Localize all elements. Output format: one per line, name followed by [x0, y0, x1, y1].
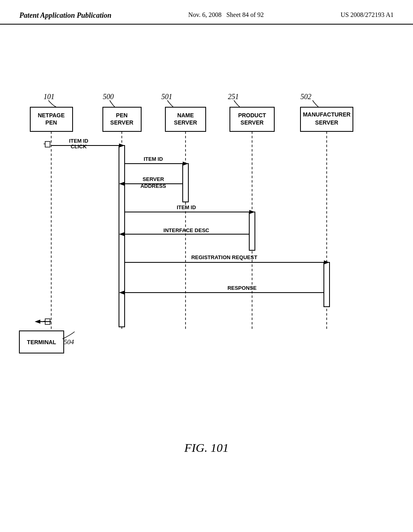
activation-pen-server [119, 145, 125, 327]
label-item-id-to-name: ITEM ID [144, 156, 163, 162]
sheet-number: Sheet 84 of 92 [226, 11, 264, 18]
fig-label: FIG. 101 [184, 441, 229, 454]
box-pen-server-label-1: PEN [116, 112, 128, 118]
box-terminal-label: TERMINAL [27, 339, 56, 345]
label-item-id-click-2: CLICK [71, 143, 87, 150]
activation-name-server [183, 164, 188, 202]
ref-502: 502 [300, 93, 311, 101]
ref-504: 504 [64, 338, 74, 346]
box-pen-server-label-2: SERVER [110, 119, 133, 126]
ref-leader-101 [48, 100, 56, 107]
ref-leader-502 [313, 100, 319, 107]
ref-leader-501 [167, 100, 173, 107]
box-product-server-label-2: SERVER [240, 119, 263, 126]
activation-mfr-server [324, 262, 330, 307]
box-name-server-label-2: SERVER [174, 119, 197, 126]
box-name-server-label-1: NAME [177, 112, 194, 118]
ref-leader-500 [110, 100, 115, 107]
box-mfr-server-label-1: MANUFACTURER [303, 111, 350, 118]
ref-251: 251 [228, 93, 239, 101]
diagram-area: 101 500 501 251 502 NETPAGE PEN PEN SERV… [0, 25, 413, 488]
box-netpage-pen-label-1: NETPAGE [38, 112, 65, 118]
publication-date: Nov. 6, 2008 [188, 11, 222, 18]
header-date-sheet: Nov. 6, 2008 Sheet 84 of 92 [188, 11, 264, 19]
label-response: RESPONSE [227, 285, 257, 291]
page-header: Patent Application Publication Nov. 6, 2… [0, 0, 413, 25]
box-product-server-label-1: PRODUCT [238, 112, 266, 118]
activation-product-server [249, 212, 255, 250]
diagram-svg: 101 500 501 251 502 NETPAGE PEN PEN SERV… [0, 25, 413, 468]
label-server-address-2: ADDRESS [140, 183, 166, 189]
label-server-address-1: SERVER [142, 176, 164, 182]
label-item-id-click-1: ITEM ID [69, 138, 88, 144]
pen-click-icon [45, 141, 50, 147]
ref-leader-251 [234, 100, 240, 107]
ref-101: 101 [44, 93, 54, 101]
arrow-to-terminal-head [35, 320, 40, 324]
label-item-id-to-product: ITEM ID [177, 204, 196, 210]
ref-500: 500 [103, 93, 114, 101]
ref-501: 501 [161, 93, 172, 101]
box-netpage-pen-label-2: PEN [46, 119, 57, 126]
box-mfr-server-label-2: SERVER [315, 119, 338, 126]
patent-number: US 2008/272193 A1 [340, 11, 394, 19]
label-interface-desc: INTERFACE DESC [163, 227, 209, 233]
publication-title: Patent Application Publication [19, 11, 111, 20]
label-reg-request: REGISTRATION REQUEST [191, 254, 257, 260]
